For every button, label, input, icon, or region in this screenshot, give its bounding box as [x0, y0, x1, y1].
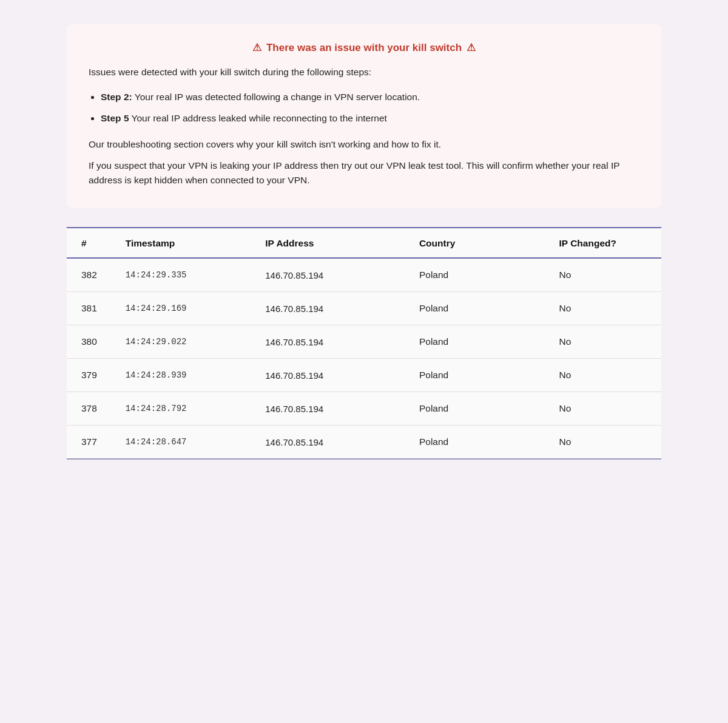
table-row: 38114:24:29.169146.70.85.194PolandNo — [67, 292, 661, 325]
cell-0-1: 14:24:29.335 — [116, 258, 256, 292]
cell-5-4: No — [550, 426, 662, 460]
cell-1-0: 381 — [67, 292, 116, 325]
cell-2-0: 380 — [67, 325, 116, 359]
cell-2-1: 14:24:29.022 — [116, 325, 256, 359]
table-row: 37814:24:28.792146.70.85.194PolandNo — [67, 392, 661, 426]
cell-2-3: Poland — [410, 325, 550, 359]
cell-1-1: 14:24:29.169 — [116, 292, 256, 325]
cell-4-2: 146.70.85.194 — [255, 392, 410, 426]
col-header-num: # — [67, 228, 116, 258]
ip-log-table: # Timestamp IP Address Country IP Change… — [67, 228, 661, 460]
cell-5-2: 146.70.85.194 — [255, 426, 410, 460]
table-row: 37914:24:28.939146.70.85.194PolandNo — [67, 359, 661, 392]
footer-troubleshooting: Our troubleshooting section covers why y… — [89, 137, 639, 152]
alert-footer: Our troubleshooting section covers why y… — [89, 137, 639, 188]
cell-5-3: Poland — [410, 426, 550, 460]
cell-5-0: 377 — [67, 426, 116, 460]
table-row: 38214:24:29.335146.70.85.194PolandNo — [67, 258, 661, 292]
alert-title: ⚠ There was an issue with your kill swit… — [89, 41, 639, 54]
cell-0-0: 382 — [67, 258, 116, 292]
cell-1-4: No — [550, 292, 662, 325]
col-header-timestamp: Timestamp — [116, 228, 256, 258]
cell-3-4: No — [550, 359, 662, 392]
cell-5-1: 14:24:28.647 — [116, 426, 256, 460]
cell-4-0: 378 — [67, 392, 116, 426]
alert-steps-list: Step 2: Your real IP was detected follow… — [89, 90, 639, 126]
col-header-changed: IP Changed? — [550, 228, 662, 258]
cell-3-1: 14:24:28.939 — [116, 359, 256, 392]
footer-vpn-leak: If you suspect that your VPN is leaking … — [89, 158, 639, 189]
page-container: ⚠ There was an issue with your kill swit… — [30, 0, 698, 484]
alert-title-text: There was an issue with your kill switch — [266, 42, 462, 54]
cell-2-2: 146.70.85.194 — [255, 325, 410, 359]
cell-0-3: Poland — [410, 258, 550, 292]
col-header-country: Country — [410, 228, 550, 258]
cell-4-3: Poland — [410, 392, 550, 426]
step-2-text: Your real IP was detected following a ch… — [135, 92, 420, 102]
warning-icon-left: ⚠ — [252, 41, 261, 54]
step-2-label: Step 2: — [101, 92, 132, 102]
cell-4-4: No — [550, 392, 662, 426]
list-item: Step 2: Your real IP was detected follow… — [101, 90, 639, 105]
table-row: 37714:24:28.647146.70.85.194PolandNo — [67, 426, 661, 460]
cell-3-0: 379 — [67, 359, 116, 392]
cell-1-2: 146.70.85.194 — [255, 292, 410, 325]
cell-3-3: Poland — [410, 359, 550, 392]
cell-1-3: Poland — [410, 292, 550, 325]
step-5-label: Step 5 — [101, 113, 129, 123]
step-5-text: Your real IP address leaked while reconn… — [132, 113, 387, 123]
table-row: 38014:24:29.022146.70.85.194PolandNo — [67, 325, 661, 359]
col-header-ip: IP Address — [255, 228, 410, 258]
alert-box: ⚠ There was an issue with your kill swit… — [67, 24, 661, 208]
alert-intro: Issues were detected with your kill swit… — [89, 65, 639, 79]
cell-0-4: No — [550, 258, 662, 292]
table-header-row: # Timestamp IP Address Country IP Change… — [67, 228, 661, 258]
list-item: Step 5 Your real IP address leaked while… — [101, 111, 639, 126]
warning-icon-right: ⚠ — [467, 41, 476, 54]
cell-2-4: No — [550, 325, 662, 359]
cell-0-2: 146.70.85.194 — [255, 258, 410, 292]
cell-3-2: 146.70.85.194 — [255, 359, 410, 392]
cell-4-1: 14:24:28.792 — [116, 392, 256, 426]
